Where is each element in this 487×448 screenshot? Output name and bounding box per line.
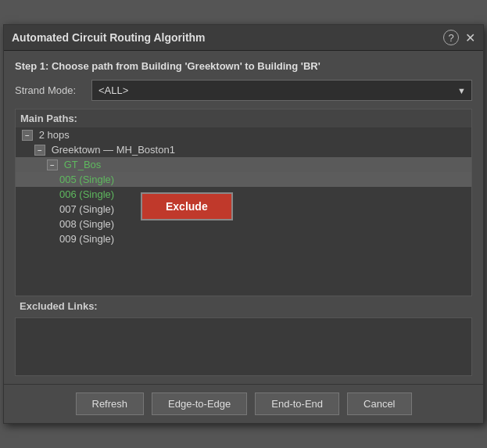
tree-row-2hops[interactable]: − 2 hops: [16, 127, 471, 142]
tree-label-greektown-mh: Greektown — MH_Boston1: [52, 144, 175, 156]
expand-greektown-mh[interactable]: −: [34, 145, 45, 156]
close-icon[interactable]: ✕: [465, 30, 475, 45]
tree-row-008[interactable]: 008 (Single): [16, 217, 471, 231]
tree-row-009[interactable]: 009 (Single): [16, 231, 471, 246]
tree-label-005: 005 (Single): [59, 174, 114, 185]
title-bar-left: Automated Circuit Routing Algorithm: [12, 31, 206, 44]
strand-mode-row: Strand Mode: <ALL> Single Multi: [15, 80, 472, 101]
tree-label-2hops: 2 hops: [39, 129, 70, 141]
tree-label-009: 009 (Single): [59, 233, 114, 245]
dialog-title: Automated Circuit Routing Algorithm: [12, 31, 206, 44]
main-paths-section: Main Paths: − 2 hops − Greektown — MH_Bo…: [15, 109, 472, 296]
edge-to-edge-button[interactable]: Edge-to-Edge: [152, 392, 247, 415]
tree-label-gtbos: GT_Bos: [64, 159, 102, 170]
context-menu: Exclude: [141, 192, 233, 220]
context-menu-exclude[interactable]: Exclude: [142, 194, 231, 219]
tree-row-005[interactable]: 005 (Single): [16, 172, 471, 187]
cancel-button[interactable]: Cancel: [347, 392, 411, 415]
step-label: Step 1: Choose path from Building 'Greek…: [15, 60, 472, 72]
dialog: Automated Circuit Routing Algorithm ? ✕ …: [3, 24, 484, 424]
tree-row-gtbos[interactable]: − GT_Bos Exclude: [16, 157, 471, 172]
tree-row-greektown-mh[interactable]: − Greektown — MH_Boston1: [16, 142, 471, 157]
main-paths-header: Main Paths:: [16, 109, 471, 127]
dialog-body: Step 1: Choose path from Building 'Greek…: [4, 51, 483, 384]
excluded-links-label: Excluded Links:: [15, 296, 472, 314]
refresh-button[interactable]: Refresh: [76, 392, 145, 415]
strand-mode-select-wrapper: <ALL> Single Multi: [91, 80, 472, 101]
expand-2hops[interactable]: −: [22, 130, 33, 141]
title-bar: Automated Circuit Routing Algorithm ? ✕: [4, 25, 483, 51]
tree-area[interactable]: Main Paths: − 2 hops − Greektown — MH_Bo…: [15, 109, 472, 296]
excluded-links-area: [15, 317, 472, 376]
help-icon[interactable]: ?: [443, 30, 459, 45]
strand-mode-select[interactable]: <ALL> Single Multi: [91, 80, 472, 101]
title-bar-actions: ? ✕: [443, 30, 475, 45]
expand-gtbos[interactable]: −: [47, 159, 58, 170]
tree-row-006[interactable]: 006 (Single): [16, 187, 471, 202]
tree-label-006: 006 (Single): [59, 188, 114, 200]
tree-label-007: 007 (Single): [59, 203, 114, 215]
strand-mode-label: Strand Mode:: [15, 84, 85, 96]
button-row: Refresh Edge-to-Edge End-to-End Cancel: [4, 384, 483, 423]
tree-row-007[interactable]: 007 (Single): [16, 202, 471, 217]
tree-label-008: 008 (Single): [59, 218, 114, 230]
end-to-end-button[interactable]: End-to-End: [255, 392, 339, 415]
